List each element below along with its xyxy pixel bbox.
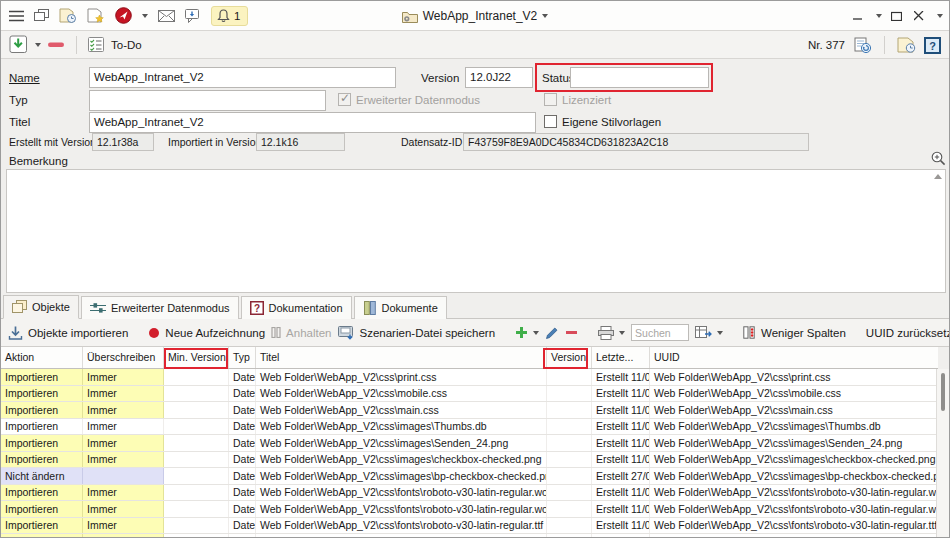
cell-titel: Web Folder\WebApp_V2\css\fonts\roboto-v3…: [256, 518, 547, 534]
cell-typ: Datei: [229, 386, 256, 402]
cell-ueberschreiben: Immer: [83, 369, 164, 385]
status-input[interactable]: [570, 67, 709, 88]
cell-min_version: [164, 452, 229, 468]
cell-min_version: [164, 468, 229, 484]
button-label: Anhalten: [286, 327, 331, 339]
table-export-dropdown-caret[interactable]: [717, 331, 723, 335]
cell-aktion: Importieren: [1, 534, 83, 538]
lizenziert-checkbox[interactable]: [544, 93, 557, 106]
cell-uuid: Web Folder\WebApp_V2\css\fonts\roboto-v3…: [650, 518, 938, 534]
cell-min_version: [164, 386, 229, 402]
bemerkung-label: Bemerkung: [9, 155, 68, 167]
documentation-icon: ?: [250, 301, 264, 315]
cell-typ: Datei: [229, 534, 256, 538]
column-header-aktion[interactable]: Aktion: [1, 347, 83, 368]
add-row-button[interactable]: [515, 326, 539, 339]
cell-titel: Web Folder\WebApp_V2\css\images\bp-check…: [256, 468, 547, 484]
cell-version: [547, 435, 592, 451]
cell-min_version: [164, 534, 229, 538]
cell-ueberschreiben: Immer: [83, 452, 164, 468]
edit-row-button[interactable]: [545, 326, 559, 340]
tab-erweiterter-datenmodus[interactable]: Erweiterter Datenmodus: [81, 296, 239, 319]
scrollbar-thumb[interactable]: [941, 373, 945, 411]
button-label: UUID zurücksetzen: [866, 327, 950, 339]
neue-aufzeichnung-button[interactable]: Neue Aufzeichnung: [148, 327, 265, 339]
sliders-icon: [90, 302, 106, 314]
erstellt-mit-version-label: Erstellt mit Version: [9, 136, 96, 148]
print-dropdown-caret[interactable]: [619, 331, 625, 335]
weniger-spalten-button[interactable]: Weniger Spalten: [743, 326, 846, 339]
eigene-stilvorlagen-checkbox[interactable]: [544, 115, 557, 128]
cell-typ: Datei: [229, 369, 256, 385]
cell-uuid: Web Folder\WebApp_V2\css\images\Senden_2…: [650, 435, 938, 451]
table-export-button[interactable]: [695, 326, 723, 339]
add-dropdown-caret[interactable]: [533, 331, 539, 335]
uuid-zuruecksetzen-button[interactable]: UUID zurücksetzen: [866, 327, 950, 339]
table-row[interactable]: ImportierenImmerDateiWeb Folder\WebApp_V…: [1, 518, 938, 535]
table-row[interactable]: ImportierenImmerDateiWeb Folder\WebApp_V…: [1, 534, 938, 538]
scroll-up-icon[interactable]: [934, 174, 942, 179]
column-header-min-version[interactable]: Min. Version: [164, 347, 229, 368]
cell-min_version: [164, 402, 229, 418]
column-header-ueberschreiben[interactable]: Überschreiben: [83, 347, 164, 368]
cell-ueberschreiben: Immer: [83, 501, 164, 517]
column-header-uuid[interactable]: UUID: [650, 347, 938, 368]
cell-ueberschreiben: [83, 468, 164, 484]
tab-dokumentation[interactable]: ? Dokumentation: [241, 296, 352, 319]
magnifier-plus-icon[interactable]: [930, 150, 947, 167]
cell-ueberschreiben: Immer: [83, 419, 164, 435]
version-input[interactable]: 12.0J22: [465, 67, 533, 88]
tab-objekte[interactable]: Objekte: [3, 295, 79, 319]
column-header-letzte[interactable]: Letzte...: [592, 347, 650, 368]
typ-input[interactable]: [89, 90, 326, 111]
name-input[interactable]: WebApp_Intranet_V2: [89, 67, 396, 88]
cell-titel: Web Folder\WebApp_V2\css\mobile.css: [256, 386, 547, 402]
anhalten-button[interactable]: Anhalten: [271, 327, 331, 339]
table-row[interactable]: ImportierenImmerDateiWeb Folder\WebApp_V…: [1, 386, 938, 403]
search-input[interactable]: [631, 324, 689, 341]
column-header-titel[interactable]: Titel: [256, 347, 547, 368]
szenarien-datei-speichern-button[interactable]: Szenarien-Datei speichern: [338, 326, 496, 340]
titel-label: Titel: [9, 116, 30, 128]
table-row[interactable]: ImportierenImmerDateiWeb Folder\WebApp_V…: [1, 419, 938, 436]
cell-typ: Datei: [229, 402, 256, 418]
print-button[interactable]: [598, 326, 625, 340]
table-row[interactable]: Nicht ändernDateiWeb Folder\WebApp_V2\cs…: [1, 468, 938, 485]
objects-toolbar: Objekte importieren Neue Aufzeichnung An…: [1, 319, 949, 347]
tab-dokumente[interactable]: Dokumente: [354, 296, 447, 319]
table-row[interactable]: ImportierenImmerDateiWeb Folder\WebApp_V…: [1, 501, 938, 518]
cell-letzte: Erstellt 11/0...: [592, 518, 650, 534]
cell-letzte: Erstellt 11/0...: [592, 435, 650, 451]
titel-input[interactable]: WebApp_Intranet_V2: [89, 112, 536, 133]
cell-aktion: Importieren: [1, 369, 83, 385]
cell-typ: Datei: [229, 435, 256, 451]
table-row[interactable]: ImportierenImmerDateiWeb Folder\WebApp_V…: [1, 369, 938, 386]
cell-aktion: Importieren: [1, 386, 83, 402]
cell-uuid: Web Folder\WebApp_V2\css\images\bp-check…: [650, 468, 938, 484]
table-row[interactable]: ImportierenImmerDateiWeb Folder\WebApp_V…: [1, 402, 938, 419]
objekte-importieren-button[interactable]: Objekte importieren: [8, 326, 128, 340]
svg-text:?: ?: [253, 303, 259, 314]
column-header-version[interactable]: Version: [547, 347, 592, 368]
cell-uuid: Web Folder\WebApp_V2\css\main.css: [650, 402, 938, 418]
documents-icon: [363, 301, 377, 315]
delete-row-button[interactable]: [565, 330, 578, 335]
cell-titel: Web Folder\WebApp_V2\css\fonts\roboto-v3…: [256, 485, 547, 501]
name-label[interactable]: Name: [9, 72, 40, 84]
cell-uuid: Web Folder\WebApp_V2\css\images\Thumbs.d…: [650, 419, 938, 435]
cell-letzte: Erstellt 27/0...: [592, 468, 650, 484]
table-scrollbar[interactable]: [936, 369, 949, 538]
bemerkung-textarea[interactable]: [6, 169, 946, 293]
cell-letzte: Erstellt 11/0...: [592, 402, 650, 418]
cell-min_version: [164, 485, 229, 501]
table-row[interactable]: ImportierenImmerDateiWeb Folder\WebApp_V…: [1, 485, 938, 502]
column-header-typ[interactable]: Typ: [229, 347, 256, 368]
cell-titel: Web Folder\WebApp_V2\css\main.css: [256, 402, 547, 418]
check-icon: ✓: [340, 91, 350, 105]
cell-min_version: [164, 435, 229, 451]
cell-typ: Datei: [229, 419, 256, 435]
cell-aktion: Nicht ändern: [1, 468, 83, 484]
erweiterter-datenmodus-checkbox[interactable]: ✓: [338, 93, 351, 106]
table-row[interactable]: ImportierenImmerDateiWeb Folder\WebApp_V…: [1, 435, 938, 452]
table-row[interactable]: ImportierenImmerDateiWeb Folder\WebApp_V…: [1, 452, 938, 469]
